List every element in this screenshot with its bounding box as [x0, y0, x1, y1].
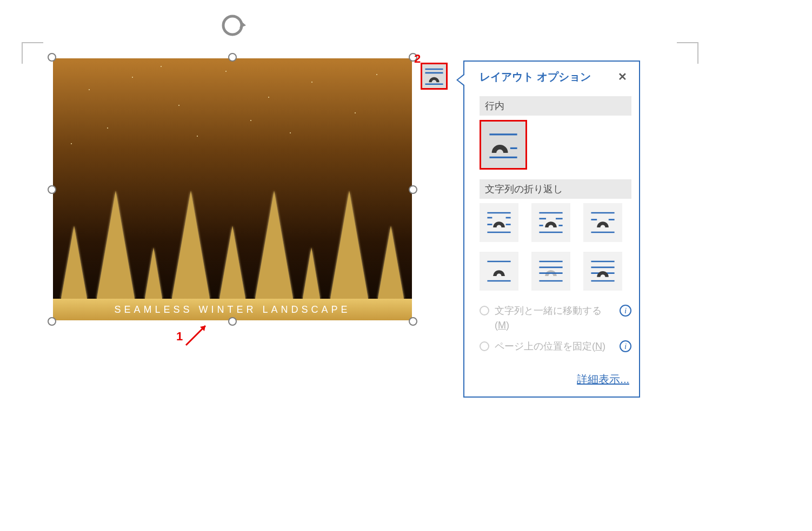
resize-handle-bottom-right[interactable] — [409, 317, 417, 326]
wrap-square-icon — [484, 208, 514, 237]
option-wrap-tight[interactable] — [531, 203, 570, 242]
inline-with-text-icon — [486, 127, 521, 162]
annotation-number-1: 1 — [176, 330, 183, 344]
behind-text-icon — [536, 257, 565, 286]
layout-options-popover: レイアウト オプション ✕ 行内 文字列の折り返し — [463, 61, 640, 398]
see-more-link[interactable]: 詳細表示... — [577, 373, 629, 385]
section-label-text-wrap: 文字列の折り返し — [480, 179, 631, 199]
info-icon[interactable]: i — [620, 340, 631, 352]
svg-point-0 — [223, 16, 242, 35]
image-content: SEAMLESS WINTER LANDSCAPE — [53, 58, 412, 320]
close-button[interactable]: ✕ — [615, 69, 630, 84]
option-inline-with-text[interactable] — [480, 120, 527, 170]
wrap-top-bottom-icon — [484, 257, 514, 286]
resize-handle-middle-right[interactable] — [409, 185, 417, 194]
layout-options-button[interactable] — [421, 63, 448, 90]
annotation-arrow-icon — [184, 321, 210, 347]
radio-fix-position-label: ページ上の位置を固定(N) — [495, 339, 614, 354]
wrap-through-icon — [588, 208, 617, 237]
resize-handle-top-left[interactable] — [48, 53, 56, 62]
wrap-text-square-icon — [423, 65, 445, 87]
popover-title: レイアウト オプション — [480, 70, 591, 84]
section-label-inline: 行内 — [480, 96, 631, 116]
option-wrap-top-bottom[interactable] — [480, 252, 518, 291]
page-crop-mark-tr — [677, 42, 698, 64]
radio-move-with-text: 文字列と一緒に移動する(M) i — [480, 300, 631, 336]
radio-icon — [480, 341, 489, 351]
option-wrap-through[interactable] — [583, 203, 622, 242]
in-front-of-text-icon — [588, 257, 617, 286]
page-crop-mark-tl — [22, 42, 43, 64]
radio-icon — [480, 306, 489, 315]
resize-handle-middle-left[interactable] — [48, 185, 56, 194]
image-caption-text: SEAMLESS WINTER LANDSCAPE — [114, 304, 350, 315]
rotate-handle-icon[interactable] — [219, 12, 246, 41]
annotation-number-2: 2 — [414, 52, 421, 66]
radio-move-with-text-label: 文字列と一緒に移動する(M) — [495, 304, 614, 333]
resize-handle-bottom-middle[interactable] — [228, 317, 237, 326]
selected-image[interactable]: SEAMLESS WINTER LANDSCAPE — [53, 58, 412, 320]
resize-handle-top-middle[interactable] — [228, 53, 237, 62]
info-icon[interactable]: i — [620, 305, 631, 317]
resize-handle-bottom-left[interactable] — [48, 317, 56, 326]
option-in-front-of-text[interactable] — [583, 252, 622, 291]
wrap-tight-icon — [536, 208, 565, 237]
radio-fix-position-on-page: ページ上の位置を固定(N) i — [480, 336, 631, 357]
option-behind-text[interactable] — [531, 252, 570, 291]
option-wrap-square[interactable] — [480, 203, 518, 242]
